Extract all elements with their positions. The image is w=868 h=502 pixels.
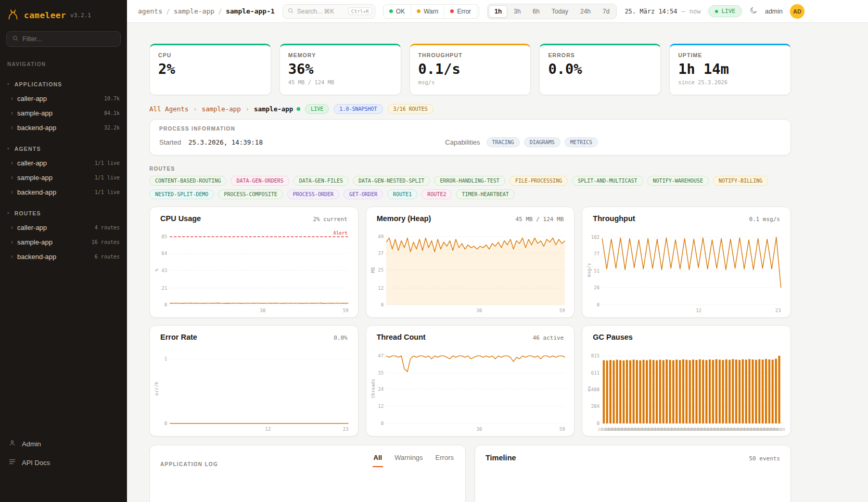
badge-notify-billing[interactable]: NOTIFY-BILLING (713, 176, 768, 186)
list-icon (8, 458, 16, 467)
badge-route1[interactable]: ROUTE1 (387, 189, 417, 199)
agent-breadcrumb-link-sample-app[interactable]: sample-app (202, 105, 241, 113)
svg-text:85: 85 (161, 234, 167, 239)
sidebar-item-routes-backend-app[interactable]: ›backend-app6 routes (0, 249, 127, 264)
status-filter-ok[interactable]: OK (384, 5, 411, 18)
sidebar-item-routes-sample-app[interactable]: ›sample-app16 routes (0, 235, 127, 249)
sidebar-item-label: sample-app (17, 109, 53, 117)
log-tab-errors[interactable]: Errors (435, 454, 455, 467)
sidebar-group-label: AGENTS (15, 146, 41, 152)
sidebar-footer-api-docs[interactable]: API Docs (0, 453, 127, 472)
badge-data-gen-orders[interactable]: DATA-GEN-ORDERS (231, 176, 289, 186)
capabilities-badges: TRACINGDIAGRAMSMETRICS (487, 137, 598, 147)
badge-content-based-routing[interactable]: CONTENT-BASED-ROUTING (149, 176, 226, 186)
range-button-24h[interactable]: 24h (575, 5, 596, 18)
sidebar-item-applications-sample-app[interactable]: ›sample-app84.1k (0, 106, 127, 120)
badge-1-0-snapshot: 1.0-SNAPSHOT (334, 104, 382, 114)
svg-text:24: 24 (378, 387, 384, 392)
badge-file-processing[interactable]: FILE-PROCESSING (509, 176, 568, 186)
status-filter-label: OK (396, 8, 405, 15)
svg-text:msg/s: msg/s (586, 263, 592, 277)
search-box[interactable]: Ctrl+K (283, 4, 375, 19)
charts-grid: CPU Usage2% current021436485%3059AlertMe… (149, 207, 791, 436)
svg-text:12: 12 (265, 427, 271, 432)
sidebar-item-agents-backend-app[interactable]: ›backend-app1/1 live (0, 185, 127, 199)
chevron-down-icon: ▾ (7, 147, 10, 151)
badge-process-order[interactable]: PROCESS-ORDER (287, 189, 339, 199)
status-filter-warn[interactable]: Warn (411, 5, 444, 18)
breadcrumb-separator: / (218, 7, 222, 15)
timeline-events-count: 50 events (749, 455, 780, 462)
svg-text:21: 21 (161, 286, 167, 291)
svg-text:102: 102 (591, 235, 599, 240)
live-toggle[interactable]: LIVE (708, 5, 742, 17)
timeline-title: Timeline (486, 454, 516, 462)
badge-get-order[interactable]: GET-ORDER (343, 189, 383, 199)
badge-notify-warehouse[interactable]: NOTIFY-WAREHOUSE (647, 176, 709, 186)
avatar[interactable]: AD (790, 4, 805, 19)
sidebar: cameleer v3.2.1 NAVIGATION ▾APPLICATIONS… (0, 0, 127, 502)
breadcrumb-item-agents[interactable]: agents (138, 7, 162, 15)
chart-card-cpu-usage: CPU Usage2% current021436485%3059Alert (149, 207, 359, 318)
chart-plot-gc-pauses: 0204408611815ms20:2020:2020:2020:2020:20… (586, 345, 786, 434)
badge-timer-heartbeat[interactable]: TIMER-HEARTBEAT (456, 189, 514, 199)
svg-text:59: 59 (559, 427, 565, 432)
app-name: cameleer (24, 10, 66, 20)
range-button-today[interactable]: Today (546, 5, 574, 18)
log-tab-all[interactable]: All (373, 454, 384, 467)
range-button-3h[interactable]: 3h (508, 5, 526, 18)
badge-data-gen-nested-split[interactable]: DATA-GEN-NESTED-SPLIT (353, 176, 430, 186)
log-tab-warnings[interactable]: Warnings (393, 454, 424, 467)
sidebar-footer-admin[interactable]: Admin (0, 434, 127, 453)
sidebar-group-header-applications[interactable]: ▾APPLICATIONS (0, 78, 127, 91)
sidebar-item-routes-caller-app[interactable]: ›caller-app4 routes (0, 220, 127, 235)
filter-input[interactable] (22, 35, 115, 43)
svg-text:47: 47 (378, 353, 384, 358)
status-filter-error[interactable]: Error (444, 5, 477, 18)
chevron-right-icon: › (11, 238, 13, 246)
chart-head: Error Rate0.0% (154, 332, 354, 345)
svg-text:30: 30 (260, 308, 265, 313)
stat-label: THROUGHPUT (418, 52, 522, 58)
status-filter-running[interactable]: Running (477, 5, 479, 18)
sidebar-item-badge: 32.2k (104, 125, 120, 131)
sidebar-group-header-routes[interactable]: ▾ROUTES (0, 207, 127, 220)
breadcrumb-separator: › (246, 106, 249, 113)
badge-error-handling-test[interactable]: ERROR-HANDLING-TEST (434, 176, 505, 186)
svg-text:43: 43 (161, 268, 167, 273)
range-button-6h[interactable]: 6h (527, 5, 545, 18)
badge-data-gen-files[interactable]: DATA-GEN-FILES (293, 176, 349, 186)
stat-card-errors: ERRORS0.0% (539, 44, 661, 95)
chart-title: Memory (Heap) (377, 214, 431, 223)
search-icon (287, 7, 294, 16)
sidebar-item-applications-caller-app[interactable]: ›caller-app10.7k (0, 91, 127, 106)
sidebar-item-agents-caller-app[interactable]: ›caller-app1/1 live (0, 156, 127, 170)
svg-text:51: 51 (594, 268, 600, 274)
topbar-right-cluster: LIVE admin AD (708, 4, 805, 19)
person-icon (8, 439, 16, 448)
chevron-right-icon: › (11, 109, 13, 117)
dark-mode-toggle[interactable] (749, 6, 758, 16)
moon-icon (749, 6, 758, 16)
chart-plot-error-rate: 01err/h1223 (154, 345, 354, 434)
range-button-1h[interactable]: 1h (489, 5, 507, 18)
svg-text:49: 49 (378, 234, 384, 239)
breadcrumb-item-sample-app[interactable]: sample-app (174, 7, 214, 15)
badge-split-and-multicast[interactable]: SPLIT-AND-MULTICAST (572, 176, 643, 186)
datetime-range[interactable]: 25. März 14:54 — now (624, 8, 700, 15)
breadcrumb-separator: / (166, 7, 170, 15)
sidebar-group-routes: ▾ROUTES›caller-app4 routes›sample-app16 … (0, 207, 127, 264)
sidebar-item-agents-sample-app[interactable]: ›sample-app1/1 live (0, 170, 127, 185)
badge-process-composite[interactable]: PROCESS-COMPOSITE (218, 189, 283, 199)
capabilities-label: Capabilities (445, 138, 480, 146)
sidebar-group-header-agents[interactable]: ▾AGENTS (0, 142, 127, 156)
badge-nested-split-demo[interactable]: NESTED-SPLIT-DEMO (149, 189, 214, 199)
search-input[interactable] (297, 8, 345, 15)
agent-breadcrumb-link-all-agents[interactable]: All Agents (149, 105, 188, 113)
breadcrumb: agents/sample-app/sample-app-1 (138, 7, 275, 15)
app-logo[interactable]: cameleer v3.2.1 (0, 0, 127, 29)
svg-text:err/h: err/h (154, 381, 159, 395)
range-button-7d[interactable]: 7d (597, 5, 615, 18)
badge-route2[interactable]: ROUTE2 (422, 189, 452, 199)
sidebar-item-applications-backend-app[interactable]: ›backend-app32.2k (0, 120, 127, 135)
